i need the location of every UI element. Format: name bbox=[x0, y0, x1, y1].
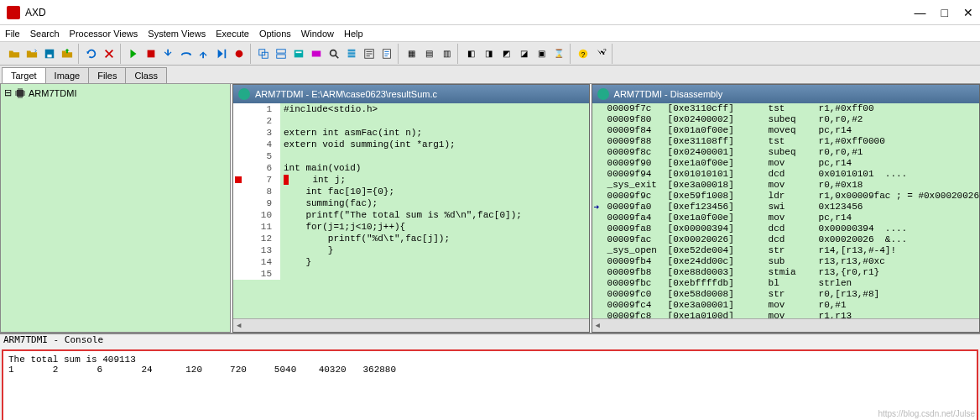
toolE-icon[interactable]: ▣ bbox=[533, 45, 550, 62]
source-body[interactable]: 1#include<stdio.h>23extern int asmFac(in… bbox=[233, 103, 589, 332]
disasm-line[interactable]: 00009fb8[0xe88d0003]stmiar13,{r0,r1} bbox=[592, 267, 979, 278]
go-icon[interactable] bbox=[125, 45, 142, 62]
minimize-button[interactable]: — bbox=[915, 6, 926, 19]
context-help-icon[interactable]: ? bbox=[592, 45, 609, 62]
disasm-titlebar[interactable]: ARM7TDMI - Disassembly bbox=[592, 85, 979, 103]
source-icon[interactable] bbox=[378, 45, 395, 62]
menu-system-views[interactable]: System Views bbox=[148, 29, 206, 39]
svg-rect-15 bbox=[348, 55, 356, 57]
disasm-pane: ARM7TDMI - Disassembly 00009f7c[0xe3110c… bbox=[592, 84, 980, 333]
disasm-line[interactable]: 00009fc4[0xe3a00001]movr0,#1 bbox=[592, 300, 979, 311]
open-icon[interactable] bbox=[6, 45, 23, 62]
toolB-icon[interactable]: ◨ bbox=[480, 45, 497, 62]
toolD-icon[interactable]: ◪ bbox=[515, 45, 532, 62]
tab-image[interactable]: Image bbox=[45, 67, 90, 83]
disasm-line[interactable]: 00009f88[0xe31108ff]tstr1,#0xff0000 bbox=[592, 136, 979, 147]
svg-rect-8 bbox=[277, 54, 286, 57]
save-icon[interactable] bbox=[41, 45, 58, 62]
expand-icon[interactable]: ⊟ bbox=[4, 87, 12, 98]
source-line[interactable]: 12 printf("%d\t",fac[j]); bbox=[233, 233, 589, 244]
h-scrollbar[interactable] bbox=[233, 318, 589, 332]
run-to-icon[interactable] bbox=[213, 45, 230, 62]
source-line[interactable]: 11 for(j=1;j<10;j++){ bbox=[233, 221, 589, 233]
source-line[interactable]: 14 } bbox=[233, 256, 589, 268]
open2-icon[interactable] bbox=[23, 45, 40, 62]
disasm-line[interactable]: 00009fa0➜[0xef123456]swi0x123456 bbox=[592, 202, 979, 213]
source-line[interactable]: 2 bbox=[233, 115, 589, 127]
source-line[interactable]: 4extern void summing(int *arg1); bbox=[233, 139, 589, 150]
disasm-line[interactable]: 00009f7c[0xe3110cff]tstr1,#0xff00 bbox=[592, 103, 979, 114]
toolF-icon[interactable]: ⌛ bbox=[550, 45, 567, 62]
disasm-line[interactable]: 00009f90[0xe1a0f00e]movpc,r14 bbox=[592, 158, 979, 169]
svg-rect-21 bbox=[17, 90, 23, 97]
tool3-icon[interactable]: ▥ bbox=[438, 45, 455, 62]
tab-target[interactable]: Target bbox=[2, 67, 46, 83]
disasm-line[interactable]: 00009f9c[0xe59f1008]ldrr1,0x00009fac ; =… bbox=[592, 191, 979, 202]
win-tileh-icon[interactable] bbox=[273, 45, 289, 62]
source-titlebar[interactable]: ARM7TDMI - E:\ARM\case0623\resultSum.c bbox=[233, 85, 589, 103]
disasm-line[interactable]: 00009f94[0x01010101]dcd0x01010101 .... bbox=[592, 169, 979, 180]
tool2-icon[interactable]: ▤ bbox=[420, 45, 437, 62]
console-output[interactable]: The total sum is 409113 1 2 6 24 120 720… bbox=[2, 349, 978, 420]
cancel-icon[interactable] bbox=[101, 45, 117, 62]
close-button[interactable]: ✕ bbox=[963, 6, 973, 19]
h-scrollbar[interactable] bbox=[592, 318, 979, 332]
source-line[interactable]: 5 bbox=[233, 150, 589, 162]
sidebar-tab-row: TargetImageFilesClass bbox=[0, 66, 980, 84]
disasm-line[interactable]: 00009fc0[0xe58d0008]strr0,[r13,#8] bbox=[592, 289, 979, 300]
memory-icon[interactable] bbox=[308, 45, 325, 62]
tree-root-label: ARM7TDMI bbox=[29, 88, 76, 98]
toolbar: ▦ ▤ ▥ ◧ ◨ ◩ ◪ ▣ ⌛ ? ? bbox=[0, 42, 980, 66]
disasm-line[interactable]: 00009fac[0x00020026]dcd0x00020026 &... bbox=[592, 234, 979, 245]
source-line[interactable]: 15 bbox=[233, 268, 589, 280]
disasm-line[interactable]: _sys_exit[0xe3a00018]movr0,#0x18 bbox=[592, 180, 979, 191]
source-line[interactable]: 13 } bbox=[233, 244, 589, 256]
source-line[interactable]: 1#include<stdio.h> bbox=[233, 103, 589, 115]
source-line[interactable]: 8 int fac[10]={0}; bbox=[233, 186, 589, 197]
disasm-line[interactable]: 00009fb4[0xe24dd00c]subr13,r13,#0xc bbox=[592, 256, 979, 267]
menu-execute[interactable]: Execute bbox=[216, 29, 249, 39]
step-into-icon[interactable] bbox=[160, 45, 177, 62]
stop-icon[interactable] bbox=[143, 45, 159, 62]
disasm-line[interactable]: _sys_open[0xe52de004]strr14,[r13,#-4]! bbox=[592, 245, 979, 256]
watch-icon[interactable] bbox=[326, 45, 342, 62]
tool1-icon[interactable]: ▦ bbox=[403, 45, 420, 62]
load-icon[interactable] bbox=[59, 45, 76, 62]
step-out-icon[interactable] bbox=[195, 45, 212, 62]
tree-root-item[interactable]: ⊟ ARM7TDMI bbox=[4, 87, 227, 98]
menu-processor-views[interactable]: Processor Views bbox=[70, 29, 138, 39]
reload-icon[interactable] bbox=[83, 45, 100, 62]
menu-window[interactable]: Window bbox=[301, 29, 334, 39]
svg-text:?: ? bbox=[581, 50, 586, 58]
source-line[interactable]: 7 int j; bbox=[233, 174, 589, 186]
disasm-line[interactable]: 00009f84[0x01a0f00e]moveqpc,r14 bbox=[592, 125, 979, 136]
breakpoint-icon[interactable] bbox=[231, 45, 248, 62]
registers-icon[interactable] bbox=[290, 45, 307, 62]
maximize-button[interactable]: □ bbox=[941, 6, 948, 19]
source-line[interactable]: 3extern int asmFac(int n); bbox=[233, 127, 589, 139]
disasm-line[interactable]: 00009f8c[0x02400001]subeqr0,r0,#1 bbox=[592, 147, 979, 158]
breakpoint-icon[interactable] bbox=[235, 176, 242, 183]
toolA-icon[interactable]: ◧ bbox=[462, 45, 479, 62]
step-over-icon[interactable] bbox=[178, 45, 195, 62]
disasm-line[interactable]: 00009fa4[0xe1a0f00e]movpc,r14 bbox=[592, 213, 979, 223]
tab-class[interactable]: Class bbox=[125, 67, 167, 83]
source-line[interactable]: 9 summing(fac); bbox=[233, 197, 589, 209]
stack-icon[interactable] bbox=[343, 45, 360, 62]
menu-file[interactable]: File bbox=[5, 29, 20, 39]
menu-help[interactable]: Help bbox=[344, 29, 363, 39]
disasm-line[interactable]: 00009f80[0x02400002]subeqr0,r0,#2 bbox=[592, 114, 979, 125]
source-line[interactable]: 10 printf("The total sum is %d\n",fac[0]… bbox=[233, 209, 589, 221]
disasm-line[interactable]: 00009fa8[0x00000394]dcd0x00000394 .... bbox=[592, 223, 979, 234]
source-pane: ARM7TDMI - E:\ARM\case0623\resultSum.c 1… bbox=[232, 84, 590, 333]
source-line[interactable]: 6int main(void) bbox=[233, 162, 589, 174]
menu-search[interactable]: Search bbox=[30, 29, 60, 39]
tab-files[interactable]: Files bbox=[88, 67, 126, 83]
help-icon[interactable]: ? bbox=[575, 45, 592, 62]
toolC-icon[interactable]: ◩ bbox=[498, 45, 514, 62]
disasm-body[interactable]: 00009f7c[0xe3110cff]tstr1,#0xff0000009f8… bbox=[592, 103, 979, 332]
menu-options[interactable]: Options bbox=[259, 29, 291, 39]
disasm-line[interactable]: 00009fbc[0xebffffdb]blstrlen bbox=[592, 278, 979, 289]
win-cascade-icon[interactable] bbox=[255, 45, 272, 62]
disasm-icon[interactable] bbox=[361, 45, 378, 62]
